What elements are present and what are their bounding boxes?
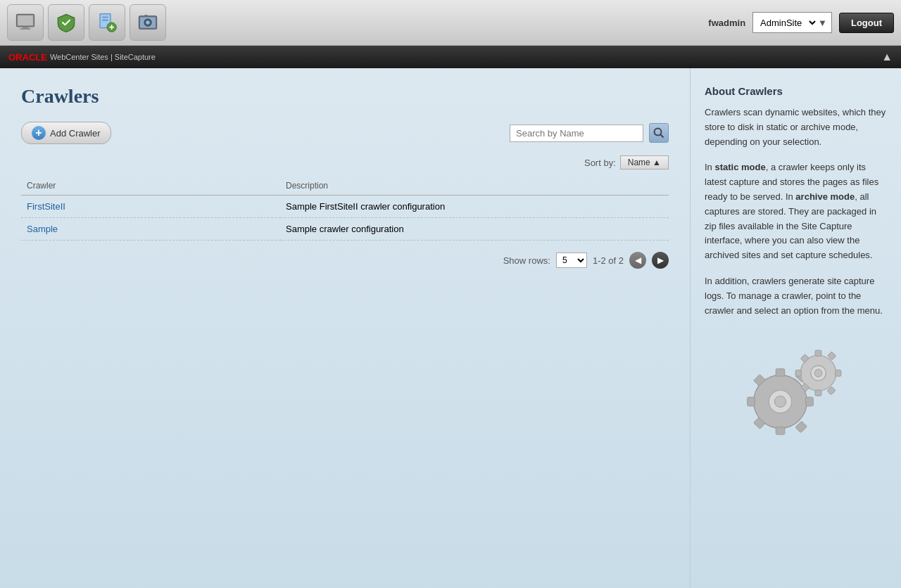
search-button[interactable]: [649, 123, 669, 143]
sidebar-title: About Crawlers: [705, 85, 887, 97]
svg-rect-33: [835, 370, 840, 376]
screenshot-icon-btn[interactable]: [130, 4, 166, 41]
site-select-dropdown[interactable]: AdminSite Site1 Site2: [753, 13, 818, 32]
svg-rect-1: [18, 15, 33, 25]
add-crawler-plus-icon: +: [32, 126, 46, 140]
crawler-description-cell: Sample crawler configuration: [280, 218, 669, 241]
prev-page-button[interactable]: ◀: [629, 252, 646, 269]
sort-row: Sort by: Name ▲: [21, 155, 669, 170]
col-description-header: Description: [280, 177, 669, 196]
shield-icon-btn[interactable]: [48, 4, 84, 41]
main-layout: Crawlers + Add Crawler Sort by: Name ▲: [0, 68, 901, 588]
sidebar-para3: In addition, crawlers generate site capt…: [705, 274, 887, 318]
svg-rect-23: [747, 397, 755, 407]
crawler-name-link[interactable]: Sample: [27, 224, 58, 234]
sidebar-para2: In static mode, a crawler keeps only its…: [705, 160, 887, 263]
svg-line-16: [661, 135, 664, 138]
table-row: Sample Sample crawler configuration: [21, 218, 669, 241]
sort-label: Sort by:: [584, 158, 616, 168]
svg-rect-14: [144, 15, 148, 17]
sidebar-para1: Crawlers scan dynamic websites, which th…: [705, 106, 887, 149]
toolbar: fwadmin AdminSite Site1 Site2 ▼ Logout: [0, 0, 901, 46]
search-input[interactable]: [510, 124, 643, 142]
svg-rect-9: [111, 25, 113, 30]
toolbar-right: fwadmin AdminSite Site1 Site2 ▼ Logout: [708, 12, 894, 33]
col-crawler-header: Crawler: [21, 177, 280, 196]
page-count-label: 1-2 of 2: [593, 255, 624, 266]
next-page-button[interactable]: ▶: [652, 252, 669, 269]
svg-rect-32: [815, 390, 821, 396]
page-title: Crawlers: [21, 85, 669, 108]
add-page-icon-btn[interactable]: [89, 4, 125, 41]
nav-brand: ORACLE WebCenter Sites | SiteCapture: [8, 52, 156, 63]
oracle-label: ORACLE: [8, 52, 47, 63]
svg-rect-34: [795, 370, 801, 376]
svg-point-19: [774, 396, 786, 407]
gear-illustration: [705, 332, 887, 459]
upload-icon[interactable]: ▲: [881, 51, 893, 63]
add-page-icon: [96, 12, 118, 33]
svg-rect-5: [102, 17, 108, 18]
pagination-row: Show rows: 5 10 25 1-2 of 2 ◀ ▶: [21, 252, 669, 269]
crawler-description-cell: Sample FirstSiteII crawler configuration: [280, 196, 669, 218]
svg-rect-2: [23, 27, 28, 29]
shield-icon: [56, 12, 77, 33]
crawler-name-link[interactable]: FirstSiteII: [27, 201, 65, 212]
product-label: WebCenter Sites | SiteCapture: [50, 53, 156, 61]
crawler-name-cell: Sample: [21, 218, 280, 241]
navbar: ORACLE WebCenter Sites | SiteCapture ▲: [0, 46, 901, 68]
content-area: Crawlers + Add Crawler Sort by: Name ▲: [0, 68, 690, 588]
add-crawler-button[interactable]: + Add Crawler: [21, 122, 111, 144]
search-sort-group: [510, 123, 669, 143]
table-row: FirstSiteII Sample FirstSiteII crawler c…: [21, 196, 669, 218]
site-selector[interactable]: AdminSite Site1 Site2 ▼: [752, 12, 832, 33]
logout-button[interactable]: Logout: [839, 13, 894, 33]
show-rows-label: Show rows:: [503, 255, 550, 266]
sidebar: About Crawlers Crawlers scan dynamic web…: [690, 68, 901, 588]
screenshot-icon: [137, 12, 158, 33]
add-crawler-label: Add Crawler: [50, 128, 101, 139]
monitor-icon: [15, 12, 36, 33]
svg-rect-31: [815, 350, 821, 356]
toolbar-icon-group: [7, 4, 708, 41]
gears-svg: [733, 332, 859, 459]
sort-name-button[interactable]: Name ▲: [620, 155, 669, 170]
svg-rect-21: [776, 427, 785, 435]
search-icon: [653, 127, 664, 139]
crawler-name-cell: FirstSiteII: [21, 196, 280, 218]
user-label: fwadmin: [708, 18, 745, 28]
svg-rect-20: [776, 369, 785, 377]
crawler-table: Crawler Description FirstSiteII Sample F…: [21, 177, 669, 241]
content-toolbar-row: + Add Crawler: [21, 122, 669, 144]
svg-point-30: [814, 369, 822, 377]
svg-rect-26: [795, 421, 807, 433]
svg-rect-6: [102, 20, 108, 21]
svg-rect-3: [20, 28, 31, 30]
svg-rect-22: [805, 397, 813, 407]
monitor-icon-btn[interactable]: [7, 4, 44, 41]
svg-point-13: [146, 21, 150, 25]
show-rows-select[interactable]: 5 10 25: [556, 253, 587, 268]
